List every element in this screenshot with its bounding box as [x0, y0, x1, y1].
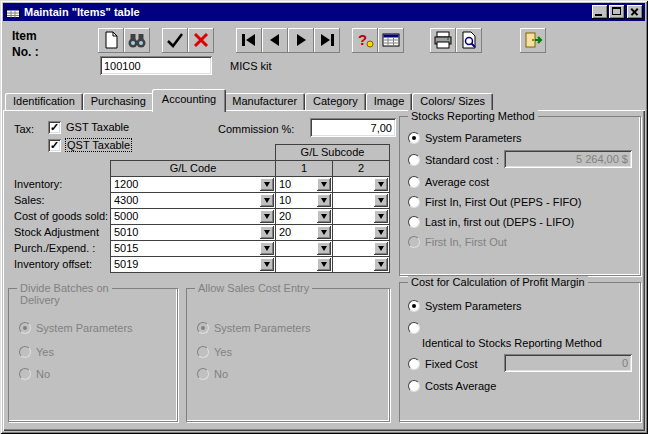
- next-record-icon: [292, 33, 310, 47]
- minimize-icon: [595, 14, 602, 16]
- checkbox-label: GST Taxable: [66, 121, 129, 133]
- dropdown-arrow-icon[interactable]: [374, 194, 388, 207]
- gl-subcode1-combo[interactable]: [275, 256, 333, 273]
- row-label-purch-expend: Purch./Expend. :: [14, 242, 95, 254]
- last-record-button[interactable]: [314, 28, 340, 53]
- radio-identical-to-stocks-method[interactable]: [408, 321, 425, 335]
- table-icon: [382, 32, 400, 48]
- gl-subcode2-combo[interactable]: [332, 256, 390, 273]
- tab-identification[interactable]: Identification: [5, 93, 83, 110]
- close-button[interactable]: [627, 5, 643, 19]
- delete-button[interactable]: [188, 28, 214, 53]
- maximize-button[interactable]: [609, 5, 625, 19]
- print-preview-button[interactable]: [456, 28, 482, 53]
- radio-label: System Parameters: [36, 322, 133, 334]
- gl-code-combo[interactable]: 5019: [110, 256, 276, 273]
- row-label-inventory-offset: Inventory offset:: [14, 258, 92, 270]
- gl-subcode1-combo[interactable]: [275, 240, 333, 257]
- dropdown-arrow-icon[interactable]: [374, 242, 388, 255]
- help-button[interactable]: ?: [352, 28, 378, 53]
- row-label-inventory: Inventory:: [14, 178, 62, 190]
- minimize-button[interactable]: [592, 5, 608, 19]
- dropdown-arrow-icon[interactable]: [374, 226, 388, 239]
- dropdown-arrow-icon[interactable]: [260, 258, 274, 271]
- dropdown-arrow-icon[interactable]: [317, 210, 331, 223]
- dropdown-arrow-icon[interactable]: [260, 242, 274, 255]
- radio-label: Yes: [214, 346, 232, 358]
- print-button[interactable]: [430, 28, 456, 53]
- window-title: Maintain "Items" table: [24, 6, 591, 18]
- identical-note-label: Identical to Stocks Reporting Method: [422, 337, 602, 349]
- radio-stocks-system-parameters[interactable]: System Parameters: [408, 131, 522, 145]
- tab-colors-sizes[interactable]: Colors/ Sizes: [412, 93, 493, 110]
- radio-average-cost[interactable]: Average cost: [408, 175, 489, 189]
- checkmark-icon: [165, 31, 185, 49]
- dropdown-arrow-icon[interactable]: [317, 178, 331, 191]
- gst-taxable-checkbox[interactable]: ✓ GST Taxable: [48, 120, 129, 134]
- titlebar[interactable]: Maintain "Items" table: [3, 3, 645, 21]
- qst-taxable-checkbox[interactable]: ✓ QST Taxable: [48, 138, 131, 152]
- tab-image[interactable]: Image: [366, 93, 413, 110]
- gl-code-combo[interactable]: 5010: [110, 224, 276, 241]
- gl-subcode2-combo[interactable]: [332, 192, 390, 209]
- exit-button[interactable]: [520, 28, 546, 53]
- tab-accounting[interactable]: Accounting: [152, 89, 226, 112]
- radio-fixed-cost[interactable]: Fixed Cost: [408, 357, 478, 371]
- dropdown-arrow-icon[interactable]: [374, 178, 388, 191]
- gl-subcode2-combo[interactable]: [332, 176, 390, 193]
- find-button[interactable]: [124, 28, 150, 53]
- radio-label: Yes: [36, 346, 54, 358]
- gl-subcode2-combo[interactable]: [332, 240, 390, 257]
- dropdown-arrow-icon[interactable]: [260, 194, 274, 207]
- radio-divide-system-parameters: System Parameters: [19, 321, 133, 335]
- item-number-caption: Item No. :: [12, 28, 39, 60]
- gl-subcode1-combo[interactable]: 20: [275, 208, 333, 225]
- dropdown-arrow-icon[interactable]: [317, 226, 331, 239]
- tax-label: Tax:: [14, 123, 34, 135]
- gl-subcode1-combo[interactable]: 10: [275, 176, 333, 193]
- dropdown-arrow-icon[interactable]: [260, 178, 274, 191]
- item-number-input[interactable]: [100, 56, 212, 75]
- dropdown-arrow-icon[interactable]: [374, 258, 388, 271]
- radio-label: No: [36, 368, 50, 380]
- gl-code-combo[interactable]: 5000: [110, 208, 276, 225]
- new-document-button[interactable]: [98, 28, 124, 53]
- commission-input[interactable]: [310, 118, 396, 137]
- stocks-reporting-method-group: Stocks Reporting Method System Parameter…: [399, 116, 641, 276]
- gl-subcode2-combo[interactable]: [332, 224, 390, 241]
- radio-costs-average[interactable]: Costs Average: [408, 379, 496, 393]
- radio-lifo[interactable]: Last in, first out (DEPS - LIFO): [408, 215, 574, 229]
- gl-code-combo[interactable]: 1200: [110, 176, 276, 193]
- radio-icon: [19, 346, 31, 358]
- dropdown-arrow-icon[interactable]: [317, 242, 331, 255]
- tab-category[interactable]: Category: [305, 93, 366, 110]
- radio-fifo[interactable]: First In, First Out (PEPS - FIFO): [408, 195, 581, 209]
- radio-icon: [197, 346, 209, 358]
- dropdown-arrow-icon[interactable]: [374, 210, 388, 223]
- radio-icon: [19, 368, 31, 380]
- radio-label: Average cost: [425, 176, 489, 188]
- dropdown-arrow-icon[interactable]: [260, 210, 274, 223]
- group-title: Stocks Reporting Method: [408, 110, 538, 122]
- gl-subcode2-combo[interactable]: [332, 208, 390, 225]
- previous-record-button[interactable]: [262, 28, 288, 53]
- gl-code-combo[interactable]: 5015: [110, 240, 276, 257]
- first-record-button[interactable]: [236, 28, 262, 53]
- radio-profit-system-parameters[interactable]: System Parameters: [408, 299, 522, 313]
- gl-subcode1-combo[interactable]: 10: [275, 192, 333, 209]
- tab-manufacturer[interactable]: Manufacturer: [224, 93, 305, 110]
- tab-purchasing[interactable]: Purchasing: [83, 93, 154, 110]
- confirm-button[interactable]: [162, 28, 188, 53]
- radio-label: No: [214, 368, 228, 380]
- radio-icon: [408, 380, 420, 392]
- radio-standard-cost[interactable]: Standard cost :: [408, 153, 499, 167]
- radio-icon: [408, 300, 420, 312]
- find-icon: [127, 31, 147, 49]
- gl-code-combo[interactable]: 4300: [110, 192, 276, 209]
- dropdown-arrow-icon[interactable]: [317, 194, 331, 207]
- dropdown-arrow-icon[interactable]: [317, 258, 331, 271]
- gl-subcode1-combo[interactable]: 20: [275, 224, 333, 241]
- dropdown-arrow-icon[interactable]: [260, 226, 274, 239]
- next-record-button[interactable]: [288, 28, 314, 53]
- table-button[interactable]: [378, 28, 404, 53]
